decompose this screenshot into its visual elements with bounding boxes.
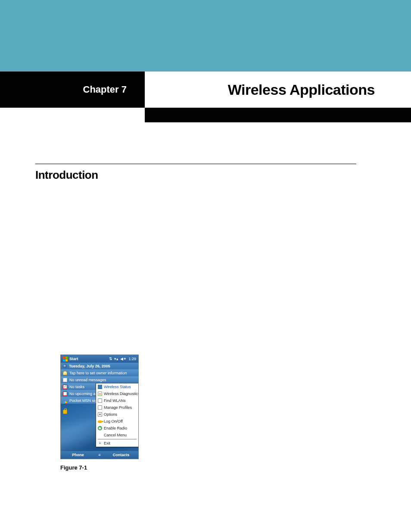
popup-item-log-on-off[interactable]: Log On/Off <box>96 418 138 425</box>
popup-label: Log On/Off <box>104 419 123 423</box>
popup-label: Wireless Diagnostics <box>104 392 138 396</box>
device-topbar: Start ⇅ ▾▴ ◀✦ 1:29 <box>61 355 138 363</box>
options-icon <box>98 412 102 417</box>
popup-item-cancel-menu[interactable]: Cancel Menu <box>96 432 138 439</box>
popup-label: Find WLANs <box>104 398 126 403</box>
signal-bars-icon <box>98 385 102 389</box>
popup-label: Options <box>104 412 117 417</box>
top-teal-banner <box>0 0 411 72</box>
diagnostics-icon <box>98 392 102 396</box>
chapter-title-block: Wireless Applications <box>145 72 411 108</box>
messages-text: No unread messages <box>69 378 106 382</box>
profiles-icon <box>98 405 102 410</box>
wireless-popup-menu: Wireless Status Wireless Diagnostics Fin… <box>96 383 139 447</box>
find-icon <box>98 398 102 403</box>
figure-caption: Figure 7-1 <box>60 464 139 471</box>
device-date-row: Tuesday, July 26, 2005 <box>61 363 138 369</box>
black-underbar <box>145 108 411 122</box>
power-icon <box>98 426 102 430</box>
lock-icon <box>63 410 67 414</box>
device-screenshot: Start ⇅ ▾▴ ◀✦ 1:29 Tuesday, July 26, 200… <box>60 355 139 459</box>
key-icon <box>98 420 102 423</box>
popup-item-manage-profiles[interactable]: Manage Profiles <box>96 404 138 411</box>
softkey-contacts[interactable]: Contacts <box>104 453 138 457</box>
popup-item-enable-radio[interactable]: Enable Radio <box>96 425 138 432</box>
chapter-title: Wireless Applications <box>228 81 375 98</box>
chapter-label-block: Chapter 7 <box>0 72 145 108</box>
messages-row: No unread messages <box>61 376 138 383</box>
owner-row: Tap here to set owner information <box>61 369 138 376</box>
popup-label: Enable Radio <box>104 426 127 430</box>
clock-label: 1:29 <box>128 357 136 361</box>
calendar-icon <box>63 392 67 396</box>
envelope-icon <box>63 378 67 382</box>
popup-item-find-wlans[interactable]: Find WLANs <box>96 397 138 404</box>
figure-block: Start ⇅ ▾▴ ◀✦ 1:29 Tuesday, July 26, 200… <box>60 355 139 471</box>
clock-icon <box>63 364 67 368</box>
tasks-text: No tasks <box>69 385 84 389</box>
chapter-label: Chapter 7 <box>83 84 127 95</box>
owner-text: Tap here to set owner information <box>69 371 127 375</box>
popup-label: Wireless Status <box>104 385 131 389</box>
content-area: Introduction <box>35 164 356 182</box>
popup-label: Exit <box>104 441 110 445</box>
msn-line1: Pocket MSN sig <box>69 398 97 403</box>
popup-item-options[interactable]: Options <box>96 411 138 418</box>
softkey-menu-icon[interactable]: ≡ <box>95 453 104 457</box>
connectivity-icon: ⇅ <box>109 357 112 361</box>
section-rule <box>35 164 356 164</box>
popup-item-wireless-status[interactable]: Wireless Status <box>96 383 138 390</box>
device-bottombar: Phone ≡ Contacts <box>61 451 138 459</box>
popup-separator <box>98 439 137 439</box>
signal-icon: ▾▴ <box>114 357 118 361</box>
start-label: Start <box>69 357 78 361</box>
person-icon <box>63 371 67 375</box>
softkey-phone[interactable]: Phone <box>61 453 95 457</box>
popup-label: Cancel Menu <box>104 433 127 437</box>
windows-flag-icon <box>63 357 68 361</box>
appointments-text: No upcoming a <box>69 392 96 396</box>
popup-item-exit[interactable]: × Exit <box>96 440 138 447</box>
popup-item-wireless-diagnostics[interactable]: Wireless Diagnostics <box>96 390 138 397</box>
popup-label: Manage Profiles <box>104 405 132 410</box>
speaker-icon: ◀✦ <box>120 357 127 361</box>
date-label: Tuesday, July 26, 2005 <box>69 364 110 368</box>
section-heading: Introduction <box>35 168 356 182</box>
close-icon: × <box>98 441 102 445</box>
tasks-icon: ✓ <box>63 385 67 389</box>
